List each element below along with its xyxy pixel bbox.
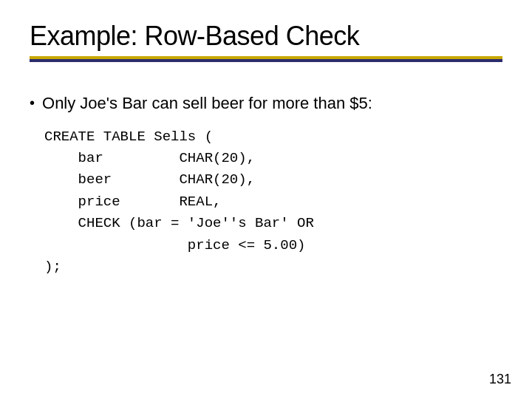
code-line-3: beer CHAR(20), <box>44 169 502 191</box>
header-section: Example: Row-Based Check <box>0 0 532 72</box>
slide-title: Example: Row-Based Check <box>30 21 502 52</box>
divider <box>30 56 502 62</box>
divider-dark-line <box>30 59 502 62</box>
page-number: 131 <box>489 372 511 387</box>
content-section: • Only Joe's Bar can sell beer for more … <box>0 72 532 293</box>
code-line-5: CHECK (bar = 'Joe''s Bar' OR <box>44 213 502 234</box>
code-line-6: price <= 5.00) <box>44 235 502 256</box>
code-line-2: bar CHAR(20), <box>44 148 502 169</box>
bullet-text: Only Joe's Bar can sell beer for more th… <box>42 93 372 115</box>
slide: Example: Row-Based Check • Only Joe's Ba… <box>0 0 532 399</box>
code-line-1: CREATE TABLE Sells ( <box>44 126 502 148</box>
code-line-7: ); <box>44 256 502 278</box>
code-line-4: price REAL, <box>44 191 502 213</box>
bullet-item: • Only Joe's Bar can sell beer for more … <box>30 93 502 115</box>
bullet-dot-icon: • <box>30 95 35 112</box>
code-block: CREATE TABLE Sells ( bar CHAR(20), beer … <box>44 126 502 279</box>
